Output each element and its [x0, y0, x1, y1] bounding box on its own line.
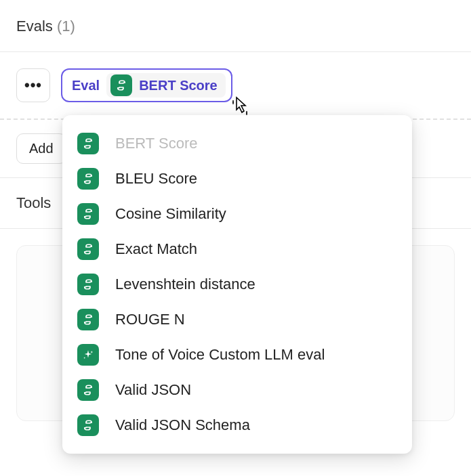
dropdown-item[interactable]: Cosine Similarity [62, 196, 412, 232]
dropdown-item[interactable]: BLEU Score [62, 161, 412, 196]
dropdown-item[interactable]: Valid JSON [62, 372, 412, 408]
dropdown-item[interactable]: Exact Match [62, 232, 412, 267]
dropdown-item[interactable]: ROUGE N [62, 302, 412, 337]
eval-chip-value: BERT Score [106, 73, 226, 98]
eval-dropdown: BERT ScoreBLEU ScoreCosine SimilarityExa… [62, 115, 412, 454]
svg-point-7 [89, 217, 90, 217]
python-icon [77, 414, 99, 436]
python-icon [77, 203, 99, 225]
dropdown-item-label: Tone of Voice Custom LLM eval [115, 346, 325, 364]
python-icon [77, 168, 99, 190]
dropdown-item-label: Exact Match [115, 240, 197, 258]
dropdown-item-label: Levenshtein distance [115, 276, 255, 293]
dropdown-item-label: Cosine Similarity [115, 205, 226, 223]
svg-point-17 [89, 428, 90, 429]
dropdown-item-label: Valid JSON Schema [115, 416, 250, 434]
toolbar: ••• Eval BERT Score [0, 52, 471, 102]
dropdown-item[interactable]: Levenshtein distance [62, 267, 412, 302]
dropdown-item[interactable]: Tone of Voice Custom LLM eval [62, 337, 412, 372]
svg-point-14 [86, 387, 87, 387]
python-icon [77, 274, 99, 295]
more-icon: ••• [24, 78, 42, 93]
evals-title: Evals [16, 18, 53, 35]
svg-point-16 [86, 422, 87, 423]
svg-point-13 [89, 322, 90, 323]
svg-point-6 [86, 211, 87, 211]
eval-chip-prefix: Eval [72, 78, 100, 93]
add-button[interactable]: Add [16, 133, 66, 164]
dropdown-item[interactable]: BERT Score [62, 126, 412, 161]
dropdown-item-label: ROUGE N [115, 311, 185, 328]
evals-count: (1) [57, 18, 75, 35]
svg-point-12 [86, 316, 87, 317]
svg-point-2 [86, 140, 87, 141]
more-button[interactable]: ••• [16, 68, 50, 102]
eval-chip-label: BERT Score [139, 78, 218, 93]
svg-point-1 [123, 88, 123, 89]
python-icon [77, 309, 99, 330]
svg-point-11 [89, 287, 90, 288]
dropdown-item-label: BERT Score [115, 135, 197, 152]
svg-point-10 [86, 281, 87, 282]
svg-point-8 [86, 246, 87, 246]
python-icon [110, 74, 132, 96]
svg-point-9 [89, 252, 90, 253]
svg-point-15 [89, 393, 90, 393]
dropdown-item-label: Valid JSON [115, 381, 191, 399]
dropdown-item[interactable]: Valid JSON Schema [62, 408, 412, 443]
dropdown-item-label: BLEU Score [115, 170, 197, 188]
python-icon [77, 379, 99, 401]
evals-header: Evals (1) [0, 0, 471, 52]
python-icon [77, 133, 99, 154]
svg-point-0 [119, 82, 120, 83]
svg-point-4 [86, 175, 87, 176]
svg-point-5 [89, 181, 90, 182]
python-icon [77, 238, 99, 260]
eval-chip[interactable]: Eval BERT Score [61, 68, 232, 102]
sparkle-icon [77, 344, 99, 366]
svg-point-3 [89, 146, 90, 147]
